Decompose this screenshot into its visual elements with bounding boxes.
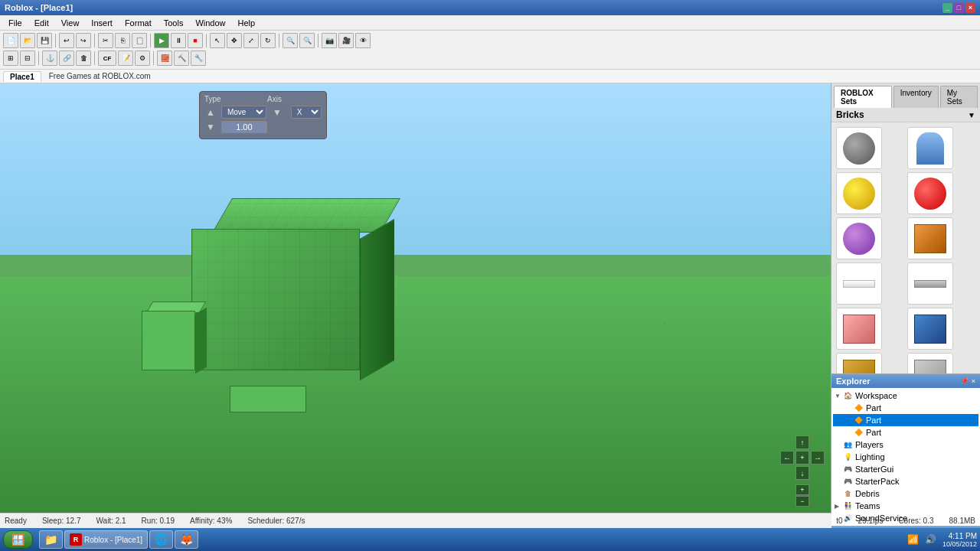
delete[interactable]: 🗑 bbox=[76, 51, 91, 66]
brick-sphere-gray[interactable] bbox=[836, 127, 882, 169]
tree-part1[interactable]: 🔶 Part bbox=[833, 402, 978, 414]
brick-cylinder-blue[interactable] bbox=[907, 127, 953, 169]
tree-debris[interactable]: 🗑 Debris bbox=[833, 487, 978, 500]
cam3[interactable]: 👁 bbox=[355, 33, 371, 48]
menu-format[interactable]: Format bbox=[119, 16, 157, 30]
tree-part2[interactable]: 🔶 Part bbox=[833, 414, 978, 426]
prev-type-button[interactable]: ▲ bbox=[204, 107, 217, 118]
cf-btn[interactable]: CF bbox=[98, 51, 116, 66]
script1[interactable]: 📝 bbox=[118, 51, 133, 66]
block-front-face bbox=[191, 229, 360, 370]
taskbar-firefox[interactable]: 🦊 bbox=[175, 530, 198, 549]
next-type-button[interactable]: ▼ bbox=[271, 107, 283, 118]
taskbar-roblox[interactable]: R Roblox - [Place1] bbox=[64, 530, 148, 549]
taskbar-ie[interactable]: 🌐 bbox=[149, 530, 173, 549]
start-button[interactable]: 🪟 bbox=[3, 530, 33, 549]
zoom-minus[interactable]: − bbox=[795, 496, 809, 507]
menu-file[interactable]: File bbox=[3, 16, 28, 30]
new-button[interactable]: 📄 bbox=[3, 33, 18, 48]
tab-my-sets[interactable]: My Sets bbox=[940, 86, 978, 108]
menu-view[interactable]: View bbox=[56, 16, 85, 30]
workspace-arrow[interactable] bbox=[835, 393, 842, 399]
explorer-pin[interactable]: 📌 bbox=[960, 377, 969, 385]
grid1[interactable]: ⊞ bbox=[3, 51, 18, 66]
cut-button[interactable]: ✂ bbox=[98, 33, 113, 48]
menu-tools[interactable]: Tools bbox=[158, 16, 189, 30]
stop-button[interactable]: ■ bbox=[188, 33, 203, 48]
move-button[interactable]: ✥ bbox=[227, 33, 242, 48]
tree-lighting[interactable]: 💡 Lighting bbox=[833, 451, 978, 463]
taskbar-explorer[interactable]: 📁 bbox=[39, 530, 63, 549]
cam1[interactable]: 📷 bbox=[322, 33, 337, 48]
tree-part3[interactable]: 🔶 Part bbox=[833, 426, 978, 439]
decrement-button[interactable]: ▼ bbox=[204, 122, 217, 132]
tree-teams[interactable]: 👫 Teams bbox=[833, 500, 978, 512]
tab-roblox-sets[interactable]: ROBLOX Sets bbox=[834, 86, 892, 108]
tree-startergui[interactable]: 🎮 StarterGui bbox=[833, 463, 978, 475]
brick-sphere-red[interactable] bbox=[907, 172, 953, 214]
brick-box-orange[interactable] bbox=[907, 217, 953, 259]
tree-players[interactable]: 👥 Players bbox=[833, 439, 978, 451]
build3[interactable]: 🔧 bbox=[191, 51, 206, 66]
tabbar: Place1 Free Games at ROBLOX.com bbox=[0, 70, 980, 83]
tab-place1[interactable]: Place1 bbox=[3, 71, 41, 82]
minimize-button[interactable]: _ bbox=[942, 3, 952, 13]
viewport[interactable]: Type Axis ▲ Move Resize Rotate ▼ X Y Z bbox=[0, 83, 831, 513]
cam-up[interactable]: ↑ bbox=[795, 435, 809, 449]
brick-yellow-box[interactable] bbox=[836, 353, 882, 373]
sep3 bbox=[150, 34, 151, 47]
type-select[interactable]: Move Resize Rotate bbox=[221, 106, 266, 119]
explorer-close[interactable]: × bbox=[972, 377, 975, 385]
grid2[interactable]: ⊟ bbox=[20, 51, 35, 66]
status-scheduler: Scheduler: 627/s bbox=[247, 517, 305, 525]
menu-edit[interactable]: Edit bbox=[29, 16, 54, 30]
increment-input[interactable] bbox=[221, 121, 267, 133]
tree-workspace[interactable]: 🏠 Workspace bbox=[833, 390, 978, 402]
zoom-plus[interactable]: + bbox=[795, 484, 809, 495]
cam-left[interactable]: ← bbox=[780, 451, 794, 465]
taskbar: 🪟 📁 R Roblox - [Place1] 🌐 🦊 📶 🔊 4:11 PM … bbox=[0, 528, 980, 551]
teams-arrow[interactable] bbox=[835, 503, 842, 510]
redo-button[interactable]: ↪ bbox=[76, 33, 91, 48]
scale-button[interactable]: ⤢ bbox=[243, 33, 259, 48]
menu-insert[interactable]: Insert bbox=[86, 16, 118, 30]
weld[interactable]: 🔗 bbox=[59, 51, 74, 66]
axis-select[interactable]: X Y Z bbox=[291, 106, 322, 119]
cam-zoom[interactable]: + bbox=[795, 451, 809, 465]
title-text: Roblox - [Place1] bbox=[5, 3, 73, 12]
cam2[interactable]: 🎥 bbox=[338, 33, 354, 48]
pause-button[interactable]: ⏸ bbox=[171, 33, 186, 48]
maximize-button[interactable]: □ bbox=[954, 3, 964, 13]
brick-pink[interactable] bbox=[836, 308, 882, 350]
tab-inventory[interactable]: Inventory bbox=[893, 86, 939, 108]
undo-button[interactable]: ↩ bbox=[59, 33, 74, 48]
menu-help[interactable]: Help bbox=[233, 16, 261, 30]
build1[interactable]: 🧱 bbox=[157, 51, 172, 66]
close-button[interactable]: × bbox=[965, 3, 975, 13]
build2[interactable]: 🔨 bbox=[174, 51, 189, 66]
cam-right[interactable]: → bbox=[811, 451, 825, 465]
copy-button[interactable]: ⎘ bbox=[115, 33, 130, 48]
brick-sphere-yellow[interactable] bbox=[836, 172, 882, 214]
open-button[interactable]: 📂 bbox=[20, 33, 35, 48]
bricks-dropdown[interactable]: ▼ bbox=[968, 111, 975, 119]
tree-starterpack[interactable]: 🎮 StarterPack bbox=[833, 475, 978, 487]
zoom-out[interactable]: 🔍 bbox=[299, 33, 315, 48]
anchor[interactable]: ⚓ bbox=[42, 51, 57, 66]
select-button[interactable]: ↖ bbox=[210, 33, 225, 48]
zoom-in[interactable]: 🔍 bbox=[283, 33, 298, 48]
brick-sphere-purple[interactable] bbox=[836, 217, 882, 259]
brick-flat-gray[interactable] bbox=[907, 262, 953, 305]
paste-button[interactable]: 📋 bbox=[132, 33, 147, 48]
brick-blue-box[interactable] bbox=[907, 308, 953, 350]
menu-window[interactable]: Window bbox=[190, 16, 230, 30]
increment-row: ▼ bbox=[204, 121, 322, 133]
run-button[interactable]: ▶ bbox=[154, 33, 169, 48]
brick-lightgray-box[interactable] bbox=[907, 353, 953, 373]
cam-down[interactable]: ↓ bbox=[795, 466, 809, 480]
brick-flat-white[interactable] bbox=[836, 262, 882, 305]
rotate-button[interactable]: ↻ bbox=[260, 33, 276, 48]
workspace-icon: 🏠 bbox=[842, 390, 853, 401]
save-button[interactable]: 💾 bbox=[37, 33, 52, 48]
script2[interactable]: ⚙ bbox=[135, 51, 150, 66]
